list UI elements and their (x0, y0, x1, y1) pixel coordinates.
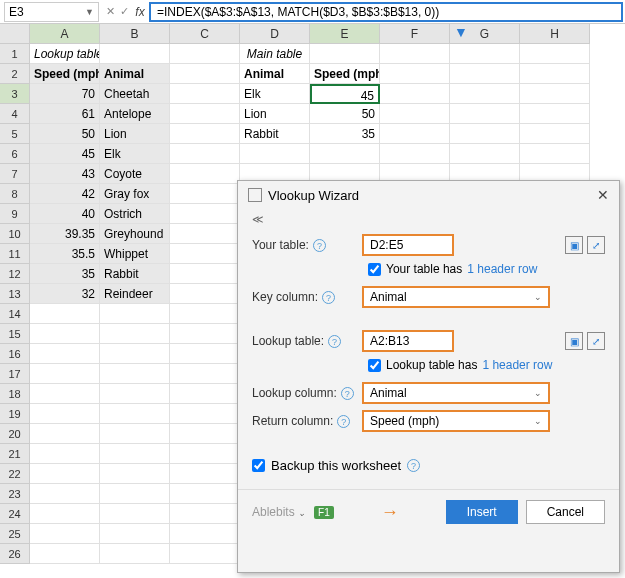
cell[interactable] (380, 144, 450, 164)
main-speed[interactable]: 45 (310, 84, 380, 104)
cell[interactable] (170, 464, 240, 484)
lookup-column-select[interactable]: Animal⌄ (362, 382, 550, 404)
hdr-animal-main[interactable]: Animal (240, 64, 310, 84)
cell[interactable] (100, 304, 170, 324)
cell[interactable] (520, 44, 590, 64)
cell[interactable] (170, 524, 240, 544)
column-header[interactable]: E (310, 24, 380, 44)
cell[interactable] (170, 364, 240, 384)
cell[interactable] (170, 284, 240, 304)
cell[interactable] (170, 544, 240, 564)
row-header[interactable]: 12 (0, 264, 30, 284)
row-header[interactable]: 24 (0, 504, 30, 524)
row-header[interactable]: 25 (0, 524, 30, 544)
cell[interactable] (30, 424, 100, 444)
cell[interactable] (310, 44, 380, 64)
lookup-speed[interactable]: 39.35 (30, 224, 100, 244)
cell[interactable] (100, 524, 170, 544)
help-icon[interactable]: ? (313, 239, 326, 252)
row-header[interactable]: 17 (0, 364, 30, 384)
accept-formula-icon[interactable]: ✓ (117, 5, 131, 18)
cell[interactable] (30, 384, 100, 404)
cell[interactable] (380, 124, 450, 144)
cell[interactable] (170, 404, 240, 424)
row-header[interactable]: 5 (0, 124, 30, 144)
cell[interactable] (170, 324, 240, 344)
cell[interactable] (170, 384, 240, 404)
cell[interactable] (170, 504, 240, 524)
back-icon[interactable]: ≪ (252, 213, 605, 226)
row-header[interactable]: 19 (0, 404, 30, 424)
header-row-link[interactable]: 1 header row (467, 262, 537, 276)
lookup-animal[interactable]: Coyote (100, 164, 170, 184)
lookup-speed[interactable]: 40 (30, 204, 100, 224)
row-header[interactable]: 9 (0, 204, 30, 224)
cell[interactable] (100, 404, 170, 424)
column-header[interactable]: C (170, 24, 240, 44)
cell[interactable] (30, 304, 100, 324)
main-animal[interactable]: Lion (240, 104, 310, 124)
row-header[interactable]: 6 (0, 144, 30, 164)
lookup-animal[interactable]: Cheetah (100, 84, 170, 104)
key-column-select[interactable]: Animal⌄ (362, 286, 550, 308)
lookup-animal[interactable]: Greyhound (100, 224, 170, 244)
main-animal[interactable]: Rabbit (240, 124, 310, 144)
cell[interactable] (170, 184, 240, 204)
row-header[interactable]: 1 (0, 44, 30, 64)
cell[interactable] (100, 344, 170, 364)
row-header[interactable]: 3 (0, 84, 30, 104)
row-header[interactable]: 14 (0, 304, 30, 324)
lookup-title[interactable]: Lookup table (30, 44, 100, 64)
help-icon[interactable]: ? (337, 415, 350, 428)
cell[interactable] (170, 424, 240, 444)
column-header[interactable]: F (380, 24, 450, 44)
corner-cell[interactable] (0, 24, 30, 44)
row-header[interactable]: 18 (0, 384, 30, 404)
cell[interactable] (100, 324, 170, 344)
cell[interactable] (170, 64, 240, 84)
insert-button[interactable]: Insert (446, 500, 518, 524)
help-icon[interactable]: ? (322, 291, 335, 304)
cell[interactable] (30, 544, 100, 564)
cell[interactable] (100, 484, 170, 504)
cell[interactable] (170, 244, 240, 264)
cell[interactable] (450, 124, 520, 144)
cell[interactable] (380, 104, 450, 124)
hdr-speed[interactable]: Speed (mph) (30, 64, 100, 84)
cell[interactable] (520, 64, 590, 84)
cell[interactable] (30, 444, 100, 464)
cell[interactable] (310, 144, 380, 164)
your-table-input[interactable]: D2:E5 (362, 234, 454, 256)
formula-input[interactable]: =INDEX($A$3:$A$13, MATCH($D3, $B$3:$B$13… (149, 2, 623, 22)
cell[interactable] (30, 344, 100, 364)
return-column-select[interactable]: Speed (mph)⌄ (362, 410, 550, 432)
cell[interactable] (100, 384, 170, 404)
your-table-header-checkbox[interactable] (368, 263, 381, 276)
cell[interactable] (100, 364, 170, 384)
lookup-animal[interactable]: Reindeer (100, 284, 170, 304)
cell[interactable] (100, 464, 170, 484)
lookup-speed[interactable]: 42 (30, 184, 100, 204)
row-header[interactable]: 16 (0, 344, 30, 364)
cell[interactable] (170, 144, 240, 164)
lookup-animal[interactable]: Lion (100, 124, 170, 144)
lookup-speed[interactable]: 35 (30, 264, 100, 284)
expand-icon[interactable]: ⤢ (587, 332, 605, 350)
cell[interactable] (380, 84, 450, 104)
lookup-speed[interactable]: 45 (30, 144, 100, 164)
cell[interactable] (450, 144, 520, 164)
cell[interactable] (170, 264, 240, 284)
cell[interactable] (170, 164, 240, 184)
cell[interactable] (30, 464, 100, 484)
lookup-speed[interactable]: 43 (30, 164, 100, 184)
dialog-titlebar[interactable]: Vlookup Wizard ✕ (238, 181, 619, 209)
row-header[interactable]: 7 (0, 164, 30, 184)
hdr-animal[interactable]: Animal (100, 64, 170, 84)
lookup-speed[interactable]: 70 (30, 84, 100, 104)
row-header[interactable]: 20 (0, 424, 30, 444)
row-header[interactable]: 21 (0, 444, 30, 464)
cell[interactable] (100, 424, 170, 444)
lookup-speed[interactable]: 50 (30, 124, 100, 144)
row-header[interactable]: 15 (0, 324, 30, 344)
cell[interactable] (170, 44, 240, 64)
